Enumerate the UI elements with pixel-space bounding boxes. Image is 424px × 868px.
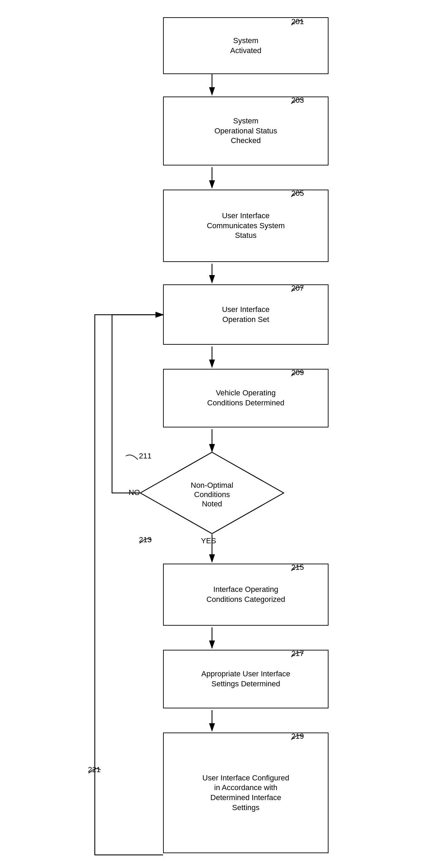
box-interface-conditions-label: Interface Operating Conditions Categoriz… [206, 585, 285, 604]
ref-213: 213 [139, 535, 152, 544]
box-system-activated-label: System Activated [230, 36, 262, 55]
ref-201: 201 [291, 17, 304, 26]
svg-text:Noted: Noted [202, 499, 222, 508]
ref-211: 211 [139, 452, 152, 461]
box-ui-operation-label: User Interface Operation Set [222, 305, 270, 324]
box-ui-configured-label: User Interface Configured in Accordance … [202, 773, 289, 813]
box-system-status-label: System Operational Status Checked [214, 116, 277, 146]
ref-209: 209 [291, 368, 304, 377]
box-ui-communicates-status: User Interface Communicates System Statu… [163, 190, 329, 262]
svg-marker-9 [140, 452, 284, 534]
ref-215: 215 [291, 563, 304, 572]
box-vehicle-conditions-label: Vehicle Operating Conditions Determined [207, 388, 284, 408]
flowchart: System Activated 201 System Operational … [78, 7, 346, 862]
box-system-status-checked: System Operational Status Checked [163, 97, 329, 165]
box-ui-configured: User Interface Configured in Accordance … [163, 733, 329, 853]
box-appropriate-settings-label: Appropriate User Interface Settings Dete… [201, 669, 290, 689]
svg-text:Non-Optimal: Non-Optimal [191, 481, 233, 489]
box-ui-communicates-label: User Interface Communicates System Statu… [207, 211, 285, 241]
ref-217: 217 [291, 649, 304, 658]
box-interface-conditions-categorized: Interface Operating Conditions Categoriz… [163, 564, 329, 626]
flowchart-container: System Activated 201 System Operational … [78, 7, 346, 862]
ref-221: 221 [88, 765, 101, 774]
ref-205: 205 [291, 189, 304, 198]
ref-219: 219 [291, 732, 304, 741]
box-ui-operation-set: User Interface Operation Set [163, 284, 329, 345]
label-yes: YES [201, 536, 216, 546]
box-appropriate-settings: Appropriate User Interface Settings Dete… [163, 650, 329, 708]
ref-203: 203 [291, 96, 304, 105]
ref-207: 207 [291, 284, 304, 293]
label-no: NO [129, 488, 140, 498]
svg-text:Conditions: Conditions [194, 490, 230, 499]
box-vehicle-conditions: Vehicle Operating Conditions Determined [163, 369, 329, 427]
diamond-non-optimal: Non-Optimal Conditions Noted [140, 452, 284, 534]
